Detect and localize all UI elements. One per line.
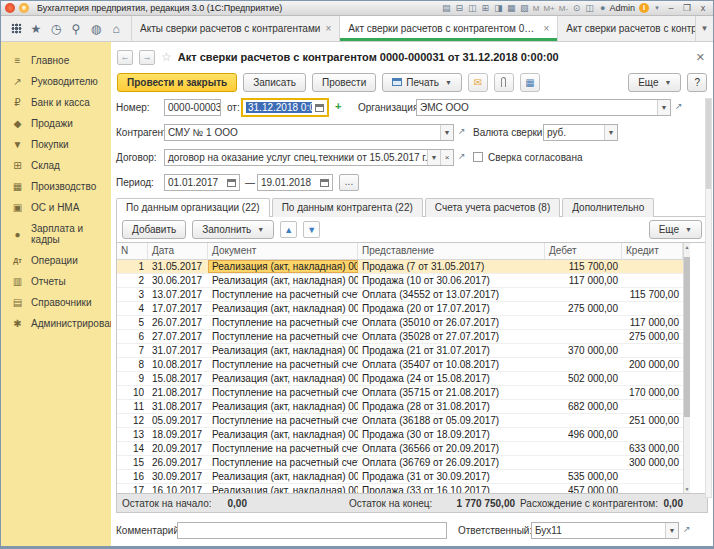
sidebar-item-manager[interactable]: ↗Руководителю <box>1 71 111 92</box>
history-clock-icon[interactable]: ◷ <box>47 20 65 38</box>
table-row[interactable]: 1630.09.2017Реализация (акт, накладная) … <box>117 470 683 484</box>
scroll-down-icon[interactable]: ▼ <box>684 486 690 492</box>
cell-n[interactable]: 2 <box>117 274 148 287</box>
table-row[interactable]: 627.07.2017Поступление на расчетный счет… <box>117 330 683 344</box>
comment-input[interactable] <box>177 522 447 539</box>
period-options-button[interactable]: ... <box>339 174 359 191</box>
column-header-кредит[interactable]: Кредит <box>622 243 683 259</box>
reconciliation-agreed-checkbox[interactable] <box>473 152 483 162</box>
calendar-icon[interactable] <box>315 104 324 112</box>
post-button[interactable]: Провести <box>312 73 376 92</box>
cell-representation[interactable]: Оплата (35715 от 21.08.2017) <box>358 386 545 399</box>
table-row[interactable]: 1021.08.2017Поступление на расчетный сче… <box>117 386 683 400</box>
cell-representation[interactable]: Оплата (36769 от 26.09.2017) <box>358 456 545 469</box>
cell-representation[interactable]: Продажа (20 от 17.07.2017) <box>358 302 545 315</box>
cell-n[interactable]: 14 <box>117 442 148 455</box>
table-more-button[interactable]: Еще▼ <box>649 220 702 239</box>
cell-n[interactable]: 8 <box>117 358 148 371</box>
sidebar-item-fixed-assets[interactable]: ▣ОС и НМА <box>1 197 111 218</box>
cell-document[interactable]: Поступление на расчетный счет 0000-0... <box>208 330 358 343</box>
email-button[interactable]: ✉ <box>468 73 488 92</box>
responsible-field[interactable]: Бух11 ▼ <box>531 522 679 539</box>
scroll-up-icon[interactable]: ▲ <box>684 244 690 250</box>
cell-n[interactable]: 6 <box>117 330 148 343</box>
back-arrow-button[interactable]: ← <box>117 50 133 65</box>
cell-credit[interactable] <box>622 400 683 413</box>
cell-date[interactable]: 26.09.2017 <box>148 456 208 469</box>
calendar-icon[interactable] <box>227 179 236 187</box>
cell-debit[interactable]: 496 000,00 <box>545 428 622 441</box>
cell-debit[interactable]: 370 000,00 <box>545 344 622 357</box>
sidebar-item-production[interactable]: ▦Производство <box>1 176 111 197</box>
add-row-button[interactable]: Добавить <box>122 220 186 239</box>
cell-credit[interactable] <box>622 260 683 273</box>
cell-date[interactable]: 20.09.2017 <box>148 442 208 455</box>
chevron-down-icon[interactable]: ▼ <box>665 523 678 538</box>
cell-debit[interactable]: 115 700,00 <box>545 260 622 273</box>
sidebar-item-operations[interactable]: ДтОперации <box>1 250 111 271</box>
table-row[interactable]: 313.07.2017Поступление на расчетный счет… <box>117 288 683 302</box>
memory-button-mminus[interactable]: M- <box>557 4 570 13</box>
clear-x-icon[interactable]: × <box>440 150 453 165</box>
sidebar-item-directories[interactable]: ▤Справочники <box>1 292 111 313</box>
period-to-field[interactable]: 19.01.2018 <box>257 174 333 191</box>
cell-document[interactable]: Поступление на расчетный счет 0000-0... <box>208 358 358 371</box>
table-row[interactable]: 131.05.2017Реализация (акт, накладная) 0… <box>117 260 683 274</box>
table-row[interactable]: 1131.08.2017Реализация (акт, накладная) … <box>117 400 683 414</box>
cell-date[interactable]: 13.07.2017 <box>148 288 208 301</box>
column-header-дата[interactable]: Дата <box>148 243 208 259</box>
cell-debit[interactable] <box>545 456 622 469</box>
sidebar-item-reports[interactable]: ▥Отчеты <box>1 271 111 292</box>
cell-debit[interactable]: 502 000,00 <box>545 372 622 385</box>
forward-arrow-button[interactable]: → <box>139 50 155 65</box>
cell-credit[interactable] <box>622 372 683 385</box>
form-scrollbar[interactable] <box>705 98 712 498</box>
chevron-down-icon[interactable]: ▼ <box>657 100 670 115</box>
cell-debit[interactable]: 275 000,00 <box>545 302 622 315</box>
column-header-n[interactable]: N <box>117 243 148 259</box>
move-down-icon[interactable]: ▼ <box>303 221 320 238</box>
related-documents-button[interactable]: ▦ <box>520 73 540 92</box>
favorite-star-icon[interactable]: ☆ <box>161 50 172 64</box>
cell-credit[interactable] <box>622 302 683 315</box>
cell-date[interactable]: 21.08.2017 <box>148 386 208 399</box>
cell-n[interactable]: 4 <box>117 302 148 315</box>
sidebar-item-sales[interactable]: ◆Продажи <box>1 113 111 134</box>
cell-credit[interactable]: 300 000,00 <box>622 456 683 469</box>
cell-date[interactable]: 18.09.2017 <box>148 428 208 441</box>
close-window-button[interactable]: x <box>697 3 709 13</box>
info-icon[interactable]: i <box>639 3 649 13</box>
chevron-down-icon[interactable]: ▼ <box>440 125 453 140</box>
send-icon[interactable]: ◨ <box>492 3 505 13</box>
cell-debit[interactable]: 535 000,00 <box>545 470 622 483</box>
cell-debit[interactable] <box>545 386 622 399</box>
cell-n[interactable]: 3 <box>117 288 148 301</box>
table-row[interactable]: 810.08.2017Поступление на расчетный счет… <box>117 358 683 372</box>
cell-debit[interactable]: 457 000,00 <box>545 484 622 493</box>
cell-n[interactable]: 9 <box>117 372 148 385</box>
cell-n[interactable]: 13 <box>117 428 148 441</box>
table-row[interactable]: 1420.09.2017Поступление на расчетный сче… <box>117 442 683 456</box>
cell-document[interactable]: Реализация (акт, накладная) 0000-0000... <box>208 470 358 483</box>
fill-button[interactable]: Заполнить▼ <box>192 220 274 239</box>
cell-debit[interactable]: 117 000,00 <box>545 274 622 287</box>
notifications-bell-icon[interactable]: ◍ <box>87 20 105 38</box>
open-link-icon[interactable]: ↗ <box>675 101 683 111</box>
table-row[interactable]: 915.08.2017Реализация (акт, накладная) 0… <box>117 372 683 386</box>
cell-n[interactable]: 5 <box>117 316 148 329</box>
cell-date[interactable]: 16.10.2017 <box>148 484 208 493</box>
cell-credit[interactable] <box>622 428 683 441</box>
save-icon[interactable]: ▤ <box>440 3 453 13</box>
open-link-icon[interactable]: ↗ <box>458 151 466 161</box>
cell-document[interactable]: Поступление на расчетный счет 0000-0... <box>208 288 358 301</box>
cell-representation[interactable]: Продажа (10 от 30.06.2017) <box>358 274 545 287</box>
cell-document[interactable]: Поступление на расчетный счет 0000-0... <box>208 386 358 399</box>
cell-debit[interactable] <box>545 358 622 371</box>
cell-credit[interactable]: 251 000,00 <box>622 414 683 427</box>
cell-date[interactable]: 31.05.2017 <box>148 260 208 273</box>
column-header-представление[interactable]: Представление <box>358 243 545 259</box>
home-icon[interactable]: ⌂ <box>107 20 125 38</box>
cell-representation[interactable]: Продажа (24 от 15.08.2017) <box>358 372 545 385</box>
cell-debit[interactable] <box>545 330 622 343</box>
menu-grid-icon[interactable] <box>7 20 25 38</box>
